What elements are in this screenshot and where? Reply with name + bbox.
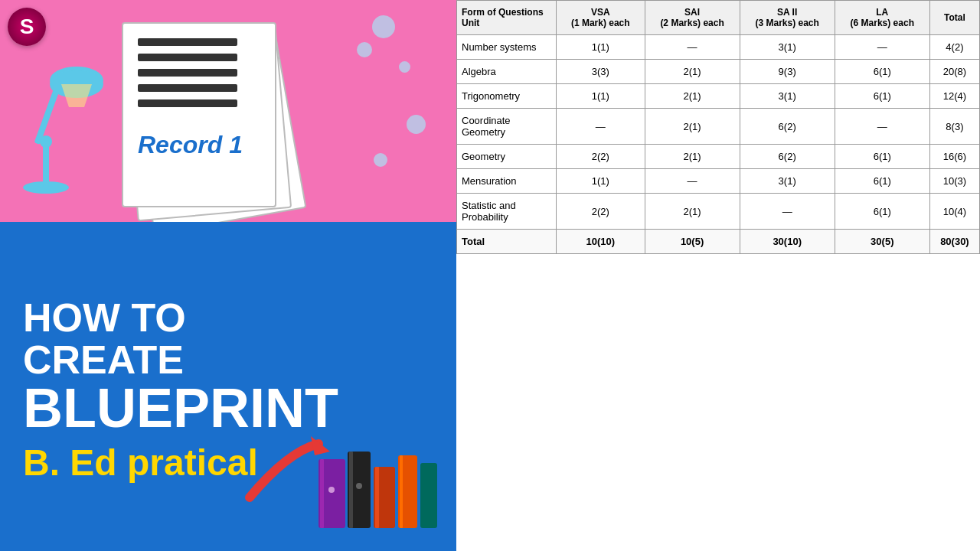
unit-cell: Coordinate Geometry (457, 109, 557, 145)
how-to-label: HOW TO (23, 297, 433, 339)
sai-cell: 2(1) (645, 145, 740, 169)
svg-marker-6 (61, 84, 92, 107)
total-saii: 30(10) (740, 230, 835, 254)
total-vsa: 10(10) (557, 230, 645, 254)
unit-cell: Geometry (457, 145, 557, 169)
total-total: 80(30) (929, 230, 979, 254)
total-la: 30(5) (835, 230, 929, 254)
sai-cell: — (645, 169, 740, 194)
total-label: Total (457, 230, 557, 254)
svg-point-26 (328, 487, 335, 493)
table-row: Number systems 1(1) — 3(1) — 4(2) (457, 35, 980, 60)
svg-rect-22 (375, 467, 379, 528)
vsa-cell: 2(2) (557, 194, 645, 230)
saii-cell: 3(1) (740, 169, 835, 194)
total-cell: 10(4) (929, 194, 979, 230)
total-header: Total (929, 1, 979, 35)
vsa-cell: 1(1) (557, 35, 645, 60)
s-logo: S (8, 8, 46, 46)
unit-header: Form of Questions Unit (457, 1, 557, 35)
la-cell: — (835, 35, 929, 60)
vsa-header: VSA (1 Mark) each (557, 1, 645, 35)
unit-cell: Statistic and Probability (457, 194, 557, 230)
unit-cell: Trigonometry (457, 84, 557, 109)
unit-cell: Algebra (457, 60, 557, 84)
svg-rect-11 (138, 54, 237, 61)
la-cell: — (835, 109, 929, 145)
sai-header: SAI (2 Marks) each (645, 1, 740, 35)
sai-cell: 2(1) (645, 109, 740, 145)
table-row: Statistic and Probability 2(2) 2(1) — 6(… (457, 194, 980, 230)
sai-cell: 2(1) (645, 60, 740, 84)
saii-cell: — (740, 194, 835, 230)
vsa-cell: 2(2) (557, 145, 645, 169)
svg-rect-24 (400, 455, 403, 528)
svg-rect-1 (43, 142, 49, 187)
saii-cell: 6(2) (740, 145, 835, 169)
table-row: Algebra 3(3) 2(1) 9(3) 6(1) 20(8) (457, 60, 980, 84)
saii-header: SA II (3 Marks) each (740, 1, 835, 35)
paper-stack-illustration: Record 1 (115, 15, 390, 222)
table-row: Geometry 2(2) 2(1) 6(2) 6(1) 16(6) (457, 145, 980, 169)
sai-cell: 2(1) (645, 84, 740, 109)
vsa-cell: 3(3) (557, 60, 645, 84)
saii-cell: 9(3) (740, 60, 835, 84)
sai-cell: 2(1) (645, 194, 740, 230)
create-label: CREATE (23, 339, 433, 381)
sai-cell: — (645, 35, 740, 60)
total-cell: 12(4) (929, 84, 979, 109)
total-sai: 10(5) (645, 230, 740, 254)
la-cell: 6(1) (835, 60, 929, 84)
table-row: Mensuration 1(1) — 3(1) 6(1) 10(3) (457, 169, 980, 194)
vsa-cell: — (557, 109, 645, 145)
vsa-cell: 1(1) (557, 84, 645, 109)
left-bottom-section: HOW TO CREATE BLUEPRINT B. Ed pratical (0, 222, 456, 551)
unit-cell: Number systems (457, 35, 557, 60)
la-cell: 6(1) (835, 145, 929, 169)
svg-rect-10 (138, 38, 237, 46)
left-panel: S (0, 0, 456, 551)
svg-point-27 (356, 483, 362, 489)
right-panel: Form of Questions Unit VSA (1 Mark) each… (456, 0, 980, 551)
saii-cell: 3(1) (740, 84, 835, 109)
unit-cell: Mensuration (457, 169, 557, 194)
svg-rect-13 (138, 84, 237, 92)
la-cell: 6(1) (835, 194, 929, 230)
books-icon (318, 444, 441, 536)
svg-rect-18 (320, 459, 324, 528)
deco-circle-3 (399, 61, 410, 73)
left-top-section: S (0, 0, 456, 222)
total-cell: 10(3) (929, 169, 979, 194)
table-header-row: Form of Questions Unit VSA (1 Mark) each… (457, 1, 980, 35)
svg-rect-20 (349, 452, 353, 528)
svg-rect-12 (138, 69, 237, 77)
blueprint-label: BLUEPRINT (23, 380, 433, 435)
total-cell: 16(6) (929, 145, 979, 169)
total-cell: 4(2) (929, 35, 979, 60)
svg-text:Record 1: Record 1 (138, 131, 243, 158)
total-cell: 8(3) (929, 109, 979, 145)
saii-cell: 6(2) (740, 109, 835, 145)
vsa-cell: 1(1) (557, 169, 645, 194)
saii-cell: 3(1) (740, 35, 835, 60)
svg-rect-25 (420, 463, 437, 528)
table-row: Trigonometry 1(1) 2(1) 3(1) 6(1) 12(4) (457, 84, 980, 109)
total-cell: 20(8) (929, 60, 979, 84)
blueprint-table: Form of Questions Unit VSA (1 Mark) each… (456, 0, 980, 254)
la-header: LA (6 Marks) each (835, 1, 929, 35)
la-cell: 6(1) (835, 169, 929, 194)
svg-rect-14 (138, 99, 237, 107)
lamp-illustration (15, 23, 107, 199)
total-row: Total 10(10) 10(5) 30(10) 30(5) 80(30) (457, 230, 980, 254)
la-cell: 6(1) (835, 84, 929, 109)
table-row: Coordinate Geometry — 2(1) 6(2) — 8(3) (457, 109, 980, 145)
deco-circle-4 (407, 115, 426, 134)
svg-rect-9 (122, 23, 276, 207)
